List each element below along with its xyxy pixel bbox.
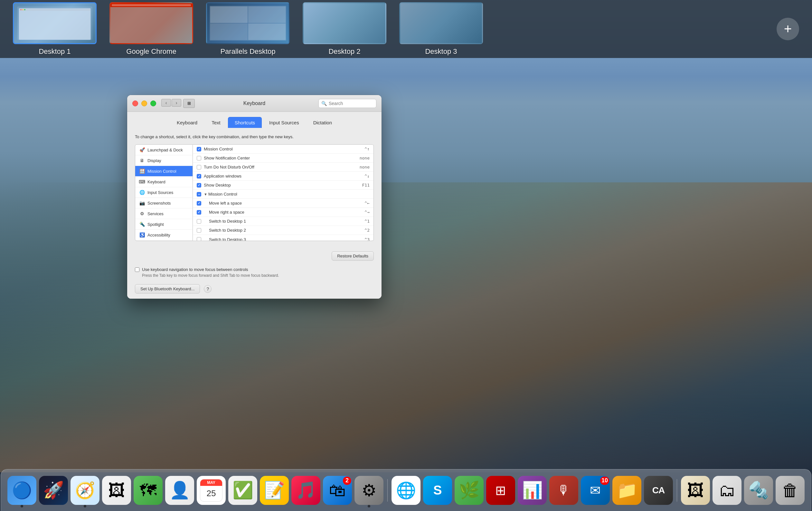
dock-icon-finder2[interactable]: 🗂 [713,476,742,505]
sidebar-label-launchpad: Launchpad & Dock [147,147,183,153]
sidebar-item-display[interactable]: 🖥 Display [135,155,193,166]
shortcut-checkbox-move-left[interactable] [197,201,201,206]
bluetooth-keyboard-button[interactable]: Set Up Bluetooth Keyboard... [135,284,200,294]
sidebar-item-input-sources[interactable]: 🌐 Input Sources [135,187,193,198]
shortcut-row-switch-desktop1[interactable]: Switch to Desktop 1 ^1 [193,217,374,226]
dock-icon-chrome[interactable]: 🌐 [392,476,420,505]
spotlight-icon: 🔦 [139,221,145,227]
add-desktop-button[interactable]: + [777,18,799,40]
shortcut-row-mission-control[interactable]: Mission Control ^↑ [193,145,374,154]
dock-icon-safari[interactable]: 🧭 [70,476,99,505]
shortcut-row-switch-desktop3[interactable]: Switch to Desktop 3 ^3 [193,235,374,241]
dock-icon-outlook[interactable]: ✉ 10 [581,476,610,505]
window-back-button[interactable]: ‹ [161,99,171,107]
shortcut-checkbox-switch-desktop3[interactable] [197,237,201,241]
desktop-thumb-desktop3[interactable]: Desktop 3 [399,2,483,56]
restore-defaults-button[interactable]: Restore Defaults [331,251,374,261]
shortcut-row-app-windows[interactable]: Application windows ^↓ [193,172,374,181]
dock-icon-prefs2[interactable]: 🔩 [744,476,773,505]
window-minimize-button[interactable] [141,101,147,106]
window-search-bar[interactable]: 🔍 [318,99,376,108]
window-grid-button[interactable]: ⊞ [183,99,195,108]
dock-icon-calendar[interactable]: MAY 25 [197,476,226,505]
shortcut-row-switch-desktop2[interactable]: Switch to Desktop 2 ^2 [193,226,374,235]
shortcut-row-mission-control-section[interactable]: ▼ Mission Control [193,190,374,199]
desktop-thumb-desktop2[interactable]: Desktop 2 [303,2,386,56]
shortcut-key-do-not-disturb: none [360,165,370,169]
nav-checkbox-area: Use keyboard navigation to move focus be… [127,267,381,280]
dock-icon-contacts[interactable]: 👤 [165,476,194,505]
shortcut-checkbox-switch-desktop2[interactable] [197,228,201,233]
shortcut-checkbox-do-not-disturb[interactable] [197,165,201,169]
sidebar-item-launchpad[interactable]: 🚀 Launchpad & Dock [135,145,193,155]
window-maximize-button[interactable] [150,101,156,106]
shortcut-row-do-not-disturb[interactable]: Turn Do Not Disturb On/Off none [193,163,374,172]
nav-checkbox[interactable] [135,267,139,272]
dock-icon-maps[interactable]: 🗺 [134,476,163,505]
dock-icon-reminders[interactable]: ✅ [228,476,257,505]
dock-icon-preview[interactable]: 🖼 [681,476,710,505]
window-forward-button[interactable]: › [172,99,181,107]
files-icon-glyph: 📁 [616,480,637,500]
desktop-thumb-chrome[interactable]: Google Chrome [110,2,193,56]
accessibility-icon: ♿ [139,232,145,238]
shortcut-row-show-desktop[interactable]: Show Desktop F11 [193,181,374,190]
mission-control-icon: 🪟 [139,168,145,174]
shortcut-checkbox-notif-center[interactable] [197,156,201,160]
dock-icon-micro[interactable]: 🎙 [549,476,578,505]
tab-shortcuts[interactable]: Shortcuts [228,117,262,128]
desktop-thumb-parallels[interactable]: Parallels Desktop [206,2,290,56]
sidebar-item-mission-control[interactable]: 🪟 Mission Control [135,166,193,177]
sidebar-item-keyboard[interactable]: ⌨ Keyboard [135,177,193,187]
dock-icon-ca[interactable]: CA [644,476,673,505]
desktop-thumb-desktop1[interactable]: Desktop 1 [13,2,96,56]
launchpad-icon-glyph: 🚀 [43,480,64,500]
sidebar-label-accessibility: Accessibility [147,233,170,238]
dock-icon-activity[interactable]: 📊 [518,476,547,505]
tab-text[interactable]: Text [205,117,227,128]
tab-dictation[interactable]: Dictation [307,117,339,128]
maps2-icon-glyph: 🌿 [459,480,480,500]
tab-input-sources[interactable]: Input Sources [262,117,306,128]
sidebar-item-accessibility[interactable]: ♿ Accessibility [135,230,193,240]
dock-icon-music[interactable]: 🎵 [291,476,320,505]
sidebar-item-app-shortcuts[interactable]: 🔑 App Shortcuts [135,240,193,241]
sidebar-item-screenshots[interactable]: 📷 Screenshots [135,198,193,209]
sidebar-item-services[interactable]: ⚙ Services [135,209,193,219]
window-buttons [132,101,156,106]
preview-icon-glyph: 🖼 [687,481,704,500]
shortcut-checkbox-switch-desktop1[interactable] [197,219,201,223]
screenshots-icon: 📷 [139,200,145,206]
dock-icon-notes[interactable]: 📝 [260,476,289,505]
shortcut-checkbox-mission-control-section[interactable] [197,192,201,196]
dock-icon-sysprefs[interactable]: ⚙ [354,476,383,505]
shortcuts-container: 🚀 Launchpad & Dock 🖥 Display 🪟 Mission C… [135,144,374,241]
sidebar-label-services: Services [147,211,164,216]
shortcut-row-notif-center[interactable]: Show Notification Center none [193,154,374,163]
tab-keyboard[interactable]: Keyboard [170,117,204,128]
window-close-button[interactable] [132,101,138,106]
micro-icon-glyph: 🎙 [557,483,570,497]
chrome-icon-glyph: 🌐 [396,481,416,500]
dock-icon-skype[interactable]: S [423,476,452,505]
dock-icon-photos[interactable]: 🖼 [102,476,131,505]
sidebar-item-spotlight[interactable]: 🔦 Spotlight [135,219,193,230]
shortcut-name-move-right: Move right a space [204,210,362,215]
dock-icon-parallels[interactable]: ⊞ [486,476,515,505]
shortcut-checkbox-move-right[interactable] [197,210,201,215]
shortcut-checkbox-mission-control[interactable] [197,147,201,152]
sidebar-label-display: Display [147,158,161,163]
services-icon: ⚙ [139,211,145,216]
dock-icon-appstore[interactable]: 🛍 2 [323,476,352,505]
help-button[interactable]: ? [204,285,211,293]
search-input[interactable] [329,101,374,106]
dock-icon-launchpad[interactable]: 🚀 [39,476,68,505]
dock-icon-finder[interactable]: 🔵 [7,476,36,505]
shortcut-row-move-left[interactable]: Move left a space ^← [193,199,374,208]
shortcut-checkbox-show-desktop[interactable] [197,183,201,188]
shortcut-row-move-right[interactable]: Move right a space ^→ [193,208,374,217]
dock-icon-trash[interactable]: 🗑 [776,476,805,505]
dock-icon-files[interactable]: 📁 [612,476,641,505]
shortcut-checkbox-app-windows[interactable] [197,174,201,179]
dock-icon-maps2[interactable]: 🌿 [455,476,484,505]
